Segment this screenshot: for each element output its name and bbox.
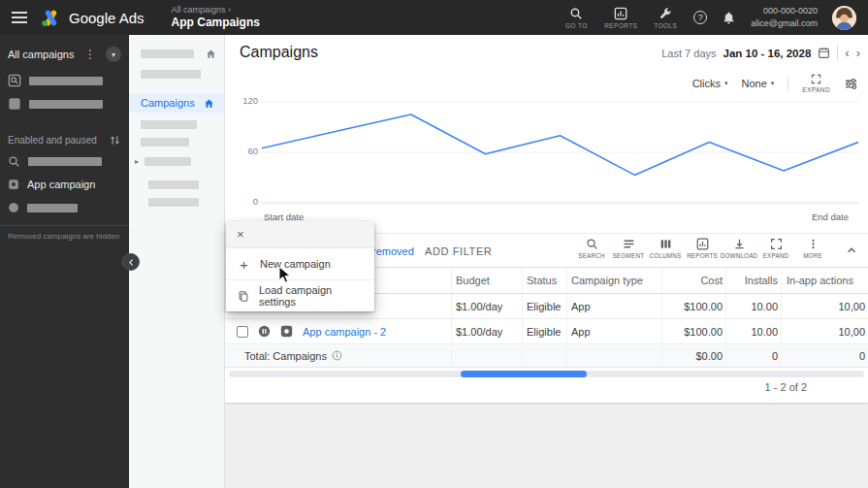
horizontal-scrollbar-thumb[interactable] — [461, 371, 587, 377]
notifications-bell-icon[interactable] — [722, 11, 736, 25]
sidebar-collapse-button[interactable]: ▾ — [106, 47, 121, 62]
y-axis-tick: 0 — [231, 196, 258, 207]
header-budget[interactable]: Budget — [451, 268, 522, 293]
campaign-icon — [8, 202, 19, 213]
budget-cell: $1.00/day — [451, 294, 522, 318]
topbar-actions: GO TO REPORTS TOOLS ? 000-000-0020 alice… — [563, 5, 856, 31]
overlay-metric-dropdown[interactable]: None ▾ — [742, 78, 775, 89]
date-preset-label[interactable]: Last 7 days — [661, 48, 716, 59]
date-next-button[interactable]: › — [856, 47, 860, 59]
info-icon[interactable] — [332, 350, 342, 361]
nav-item-row[interactable] — [141, 138, 216, 146]
in-app-actions-cell: 10,00 — [781, 294, 868, 318]
table-total-row: Total: Campaigns $0.00 0 0 — [225, 344, 868, 368]
chevron-down-icon: ▾ — [112, 50, 115, 59]
metric-dropdown[interactable]: Clicks ▾ — [692, 78, 728, 89]
breadcrumb-caret-icon: › — [228, 5, 231, 15]
account-info[interactable]: 000-000-0020 alice@gmail.com — [751, 5, 818, 31]
y-axis-tick: 120 — [231, 95, 258, 106]
reports-nav-button[interactable]: REPORTS — [604, 7, 637, 29]
search-icon — [586, 238, 598, 250]
toolbar-segment-button[interactable]: SEGMENT — [612, 238, 645, 259]
toolbar-columns-button[interactable]: COLUMNS — [649, 238, 682, 259]
header-status[interactable]: Status — [522, 268, 566, 293]
toolbar-more-button[interactable]: MORE — [796, 238, 829, 259]
skeleton-bar — [141, 49, 194, 58]
google-ads-logo — [41, 9, 61, 27]
sidebar-search-row[interactable] — [8, 74, 121, 87]
x-axis-end-label: End date — [812, 211, 849, 222]
sidebar-item-row-2[interactable] — [8, 202, 121, 213]
chart-line — [262, 114, 858, 175]
menu-item-load-campaign-settings[interactable]: Load campaign settings — [226, 280, 374, 311]
nav-item-row[interactable] — [148, 180, 216, 189]
campaigns-nav-label: Campaigns — [141, 97, 204, 109]
cost-cell: $100.00 — [661, 294, 725, 318]
goto-search-button[interactable]: GO TO — [563, 7, 590, 29]
campaign-link[interactable]: App campaign - 2 — [303, 326, 386, 338]
expander-triangle-icon: ▸ — [135, 157, 139, 166]
table-tools: SEARCH SEGMENT COLUMNS REPORTS DOWNLOAD — [575, 238, 829, 259]
calendar-icon[interactable] — [818, 47, 830, 59]
header-installs[interactable]: Installs — [725, 268, 781, 293]
menu-item-new-campaign[interactable]: + New campaign — [226, 248, 374, 279]
horizontal-scrollbar[interactable] — [229, 371, 864, 377]
nav-item-row[interactable] — [148, 198, 216, 207]
date-prev-button[interactable]: ‹ — [845, 47, 849, 59]
campaign-sidebar: All campaigns ⋮ ▾ Enabled and paused App… — [0, 35, 129, 488]
help-icon[interactable]: ? — [693, 11, 707, 24]
plus-icon: + — [238, 256, 250, 273]
sidebar-collapse-handle[interactable] — [122, 253, 140, 271]
sidebar-divider — [0, 225, 129, 226]
close-icon[interactable]: × — [237, 228, 244, 241]
campaign-type-cell: App — [566, 294, 661, 318]
sidebar-search-row-2[interactable] — [8, 155, 121, 168]
row-checkbox[interactable] — [237, 326, 248, 338]
header-cost[interactable]: Cost — [661, 268, 725, 293]
home-icon — [204, 98, 214, 109]
breadcrumb: All campaigns › App Campaigns — [172, 5, 260, 30]
top-app-bar: Google Ads All campaigns › App Campaigns… — [0, 0, 868, 35]
kebab-menu-icon[interactable]: ⋮ — [82, 48, 98, 61]
app-campaign-label: App campaign — [27, 179, 95, 190]
toolbar-search-button[interactable]: SEARCH — [575, 238, 608, 259]
skeleton-bar — [141, 138, 189, 146]
tools-nav-button[interactable]: TOOLS — [652, 7, 679, 29]
avatar[interactable] — [832, 6, 856, 30]
breadcrumb-parent[interactable]: All campaigns › — [172, 5, 260, 16]
sidebar-title: All campaigns — [8, 49, 75, 60]
tune-sliders-icon[interactable] — [844, 77, 858, 91]
header-in-app-actions[interactable]: In-app actions — [781, 268, 868, 293]
sidebar-item-row[interactable] — [8, 97, 121, 111]
campaign-type-cell: App — [566, 319, 661, 343]
chart-expand-button[interactable]: EXPAND — [802, 74, 830, 93]
campaigns-page: Campaigns Last 7 days Jan 10 - 16, 2028 … — [225, 35, 868, 403]
toolbar-download-button[interactable]: DOWNLOAD — [723, 238, 755, 259]
date-range-value[interactable]: Jan 10 - 16, 2028 — [723, 48, 812, 59]
reports-icon — [614, 7, 627, 20]
in-app-actions-cell: 10,00 — [781, 319, 868, 343]
toolbar-reports-button[interactable]: REPORTS — [686, 238, 719, 259]
nav-item-row[interactable] — [141, 120, 216, 129]
skeleton-bar — [145, 157, 191, 166]
breadcrumb-current: App Campaigns — [172, 16, 260, 30]
toolbar-expand-button[interactable]: EXPAND — [759, 238, 792, 259]
expand-icon — [811, 74, 821, 84]
header-campaign-type[interactable]: Campaign type — [566, 268, 661, 293]
nav-item-row-expandable[interactable]: ▸ — [135, 157, 216, 166]
installs-cell: 10.00 — [725, 294, 781, 318]
chart-controls: Clicks ▾ None ▾ EXPAND — [692, 74, 858, 93]
table-row: App campaign - 2 $1.00/day Eligible App … — [225, 319, 868, 344]
collapse-table-button[interactable] — [845, 244, 858, 257]
removed-filter-chip[interactable]: removed — [372, 245, 414, 257]
app-campaign-icon — [8, 179, 19, 190]
sort-icon[interactable] — [109, 134, 121, 146]
sidebar-item-app-campaign[interactable]: App campaign — [8, 179, 121, 190]
add-filter-button[interactable]: ADD FILTER — [425, 245, 492, 257]
secondary-nav: Campaigns ▸ — [129, 35, 225, 488]
nav-item-row[interactable] — [141, 70, 216, 79]
nav-item-campaigns[interactable]: Campaigns — [129, 93, 224, 113]
nav-item-row[interactable] — [141, 49, 216, 59]
sidebar-filter-header: Enabled and paused — [8, 134, 121, 146]
hamburger-menu-icon[interactable] — [12, 12, 27, 23]
